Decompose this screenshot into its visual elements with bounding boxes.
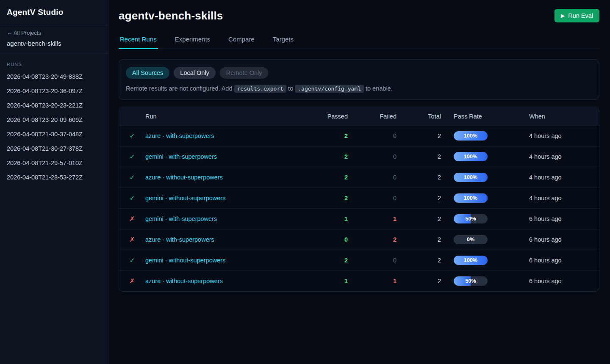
- run-link[interactable]: gemini · without-superpowers: [145, 195, 225, 201]
- chip-remote-only[interactable]: Remote Only: [220, 67, 269, 79]
- run-link[interactable]: azure · with-superpowers: [145, 236, 214, 243]
- run-eval-button[interactable]: ▶ Run Eval: [555, 9, 599, 22]
- tab-bar: Recent Runs Experiments Compare Targets: [119, 36, 599, 49]
- header-pass-rate: Pass Rate: [441, 113, 529, 120]
- run-timestamp: 6 hours ago: [529, 278, 599, 284]
- failed-count: 1: [348, 215, 396, 222]
- total-count: 2: [396, 236, 441, 243]
- pass-rate-label: 100%: [454, 131, 488, 141]
- status-pass-icon: ✓: [119, 132, 145, 140]
- pass-rate-pill: 100%: [454, 131, 488, 141]
- pass-rate-pill: 0%: [454, 235, 488, 244]
- pass-rate-label: 50%: [454, 214, 488, 223]
- pass-rate-pill: 50%: [454, 214, 488, 223]
- run-timestamp: 6 hours ago: [529, 257, 599, 264]
- passed-count: 2: [305, 132, 348, 139]
- header-when: When: [529, 113, 599, 120]
- pass-rate-pill: 50%: [454, 276, 488, 286]
- sidebar-run-item[interactable]: 2026-04-08T21-30-37-048Z: [7, 127, 101, 141]
- pass-rate-pill: 100%: [454, 173, 488, 182]
- run-link[interactable]: gemini · with-superpowers: [145, 153, 217, 160]
- run-link[interactable]: azure · with-superpowers: [145, 132, 214, 139]
- back-to-all-projects-link[interactable]: ← All Projects: [7, 30, 101, 36]
- code-results-export: results.export: [234, 85, 287, 93]
- total-count: 2: [396, 257, 441, 264]
- sidebar-project-section: ← All Projects agentv-bench-skills: [0, 24, 108, 53]
- main-content: agentv-bench-skills ▶ Run Eval Recent Ru…: [108, 0, 610, 364]
- status-pass-icon: ✓: [119, 174, 145, 181]
- passed-count: 0: [305, 236, 348, 243]
- code-config-yaml: .agentv/config.yaml: [295, 85, 364, 93]
- run-eval-label: Run Eval: [568, 12, 593, 19]
- source-filter-panel: All Sources Local Only Remote Only Remot…: [119, 59, 599, 100]
- run-timestamp: 6 hours ago: [529, 236, 599, 243]
- table-row[interactable]: ✓ azure · with-superpowers 2 0 2 100% 4 …: [119, 125, 599, 146]
- table-row[interactable]: ✓ gemini · without-superpowers 2 0 2 100…: [119, 250, 599, 270]
- failed-count: 2: [348, 236, 396, 243]
- app-brand: AgentV Studio: [0, 0, 108, 24]
- pass-rate-pill: 100%: [454, 193, 488, 203]
- tab-recent-runs[interactable]: Recent Runs: [119, 36, 158, 49]
- passed-count: 2: [305, 257, 348, 264]
- total-count: 2: [396, 132, 441, 139]
- run-timestamp: 4 hours ago: [529, 195, 599, 201]
- tab-targets[interactable]: Targets: [272, 36, 295, 49]
- run-link[interactable]: gemini · without-superpowers: [145, 257, 225, 264]
- total-count: 2: [396, 153, 441, 160]
- status-fail-icon: ✗: [119, 215, 145, 223]
- status-pass-icon: ✓: [119, 153, 145, 160]
- header-passed: Passed: [305, 113, 348, 120]
- header-failed: Failed: [348, 113, 396, 120]
- chip-local-only[interactable]: Local Only: [174, 67, 216, 79]
- tab-experiments[interactable]: Experiments: [174, 36, 211, 49]
- run-timestamp: 4 hours ago: [529, 174, 599, 181]
- chip-all-sources[interactable]: All Sources: [126, 67, 169, 79]
- run-link[interactable]: azure · without-superpowers: [145, 278, 223, 284]
- app-root: AgentV Studio ← All Projects agentv-benc…: [0, 0, 610, 364]
- failed-count: 0: [348, 174, 396, 181]
- source-filter-chips: All Sources Local Only Remote Only: [126, 67, 592, 79]
- pass-rate-label: 100%: [454, 152, 488, 161]
- pass-rate-pill: 100%: [454, 256, 488, 265]
- table-row[interactable]: ✗ gemini · with-superpowers 1 1 2 50% 6 …: [119, 208, 599, 229]
- sidebar-run-item[interactable]: 2026-04-08T23-20-23-221Z: [7, 98, 101, 113]
- status-pass-icon: ✓: [119, 194, 145, 202]
- failed-count: 0: [348, 195, 396, 201]
- status-fail-icon: ✗: [119, 236, 145, 243]
- table-row[interactable]: ✗ azure · without-superpowers 1 1 2 50% …: [119, 270, 599, 291]
- sidebar-run-item[interactable]: 2026-04-08T23-20-49-838Z: [7, 69, 101, 84]
- failed-count: 0: [348, 257, 396, 264]
- tab-compare[interactable]: Compare: [227, 36, 256, 49]
- sidebar-run-item[interactable]: 2026-04-08T21-29-57-010Z: [7, 156, 101, 170]
- passed-count: 2: [305, 195, 348, 201]
- table-row[interactable]: ✗ azure · with-superpowers 0 2 2 0% 6 ho…: [119, 229, 599, 250]
- table-row[interactable]: ✓ gemini · without-superpowers 2 0 2 100…: [119, 188, 599, 208]
- table-row[interactable]: ✓ azure · without-superpowers 2 0 2 100%…: [119, 167, 599, 188]
- page-header: agentv-bench-skills ▶ Run Eval: [119, 0, 599, 22]
- pass-rate-label: 100%: [454, 256, 488, 265]
- sidebar-run-item[interactable]: 2026-04-08T23-20-36-097Z: [7, 84, 101, 98]
- pass-rate-label: 0%: [454, 235, 488, 244]
- sidebar: AgentV Studio ← All Projects agentv-benc…: [0, 0, 108, 364]
- note-suffix: to enable.: [364, 85, 393, 92]
- pass-rate-label: 100%: [454, 193, 488, 203]
- status-pass-icon: ✓: [119, 256, 145, 264]
- total-count: 2: [396, 215, 441, 222]
- status-fail-icon: ✗: [119, 277, 145, 285]
- run-link[interactable]: azure · without-superpowers: [145, 174, 223, 181]
- table-header-row: Run Passed Failed Total Pass Rate When: [119, 107, 599, 125]
- run-timestamp: 4 hours ago: [529, 132, 599, 139]
- passed-count: 2: [305, 174, 348, 181]
- note-middle: to: [286, 85, 295, 92]
- run-link[interactable]: gemini · with-superpowers: [145, 215, 217, 222]
- total-count: 2: [396, 174, 441, 181]
- sidebar-run-item[interactable]: 2026-04-08T21-30-27-378Z: [7, 141, 101, 156]
- total-count: 2: [396, 195, 441, 201]
- pass-rate-label: 50%: [454, 276, 488, 286]
- sidebar-run-item[interactable]: 2026-04-08T21-28-53-272Z: [7, 170, 101, 185]
- pass-rate-pill: 100%: [454, 152, 488, 161]
- table-row[interactable]: ✓ gemini · with-superpowers 2 0 2 100% 4…: [119, 146, 599, 167]
- sidebar-project-name: agentv-bench-skills: [7, 40, 101, 47]
- header-total: Total: [396, 113, 441, 120]
- sidebar-run-item[interactable]: 2026-04-08T23-20-09-609Z: [7, 113, 101, 127]
